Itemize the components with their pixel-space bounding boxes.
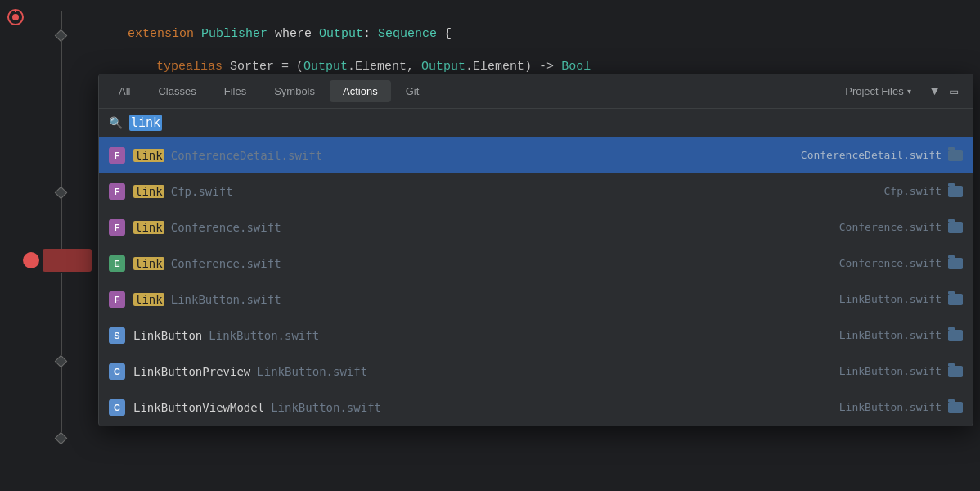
gutter-diamond-3 — [55, 355, 68, 368]
tab-project-files[interactable]: Project Files ▾ — [835, 80, 921, 102]
symbol-6: LinkButtonPreview — [133, 365, 250, 378]
tab-symbols[interactable]: Symbols — [261, 80, 328, 102]
filter-icon[interactable]: ▼ — [928, 81, 942, 102]
gutter-diamond-4 — [55, 432, 68, 445]
symbol-0: link — [133, 149, 164, 162]
breakpoint-icon — [23, 252, 39, 268]
folder-icon-0 — [948, 150, 963, 161]
filename-5: LinkButton.swift — [209, 329, 319, 342]
result-row-2[interactable]: F link Conference.swift Conference.swift — [99, 209, 973, 246]
filename-3: Conference.swift — [171, 257, 281, 270]
tab-files[interactable]: Files — [211, 80, 259, 102]
right-filename-0: ConferenceDetail.swift — [801, 149, 942, 161]
result-row-4[interactable]: F link LinkButton.swift LinkButton.swift — [99, 282, 973, 318]
badge-f-2: F — [109, 219, 125, 236]
right-filename-2: Conference.swift — [839, 221, 942, 233]
result-right-5: LinkButton.swift — [839, 329, 963, 341]
editor-gutter — [0, 0, 98, 491]
chevron-down-icon: ▾ — [907, 87, 911, 96]
folder-icon-1 — [948, 186, 963, 197]
folder-icon-6 — [948, 366, 963, 377]
result-row-1[interactable]: F link Cfp.swift Cfp.swift — [99, 173, 973, 209]
badge-f-0: F — [109, 147, 125, 164]
filename-1: Cfp.swift — [171, 185, 233, 198]
result-row-7[interactable]: C LinkButtonViewModel LinkButton.swift L… — [99, 390, 973, 426]
result-right-4: LinkButton.swift — [839, 293, 963, 305]
folder-icon-5 — [948, 330, 963, 341]
results-list: F link ConferenceDetail.swift Conference… — [99, 137, 973, 426]
folder-icon-7 — [948, 402, 963, 413]
result-right-6: LinkButton.swift — [839, 365, 963, 377]
right-filename-3: Conference.swift — [839, 257, 942, 269]
folder-icon-2 — [948, 222, 963, 233]
search-highlight: link — [129, 115, 162, 131]
tab-actions[interactable]: Actions — [330, 80, 391, 102]
result-row-0[interactable]: F link ConferenceDetail.swift Conference… — [99, 137, 973, 173]
current-line-icon — [7, 8, 25, 26]
right-filename-5: LinkButton.swift — [839, 329, 942, 341]
gutter-line-4 — [61, 273, 62, 355]
result-right-0: ConferenceDetail.swift — [801, 149, 963, 161]
layout-icon[interactable]: ▭ — [946, 80, 961, 103]
folder-icon-3 — [948, 258, 963, 269]
badge-s-5: S — [109, 327, 125, 344]
tab-toolbar-icons: ▼ ▭ — [923, 80, 966, 103]
filename-2: Conference.swift — [171, 221, 281, 234]
folder-icon-4 — [948, 294, 963, 305]
symbol-2: link — [133, 221, 164, 234]
badge-e-3: E — [109, 255, 125, 272]
filename-0: ConferenceDetail.swift — [171, 149, 322, 162]
tab-all[interactable]: All — [106, 80, 143, 102]
tab-git[interactable]: Git — [393, 80, 433, 102]
search-popup: All Classes Files Symbols Actions Git Pr… — [98, 74, 973, 426]
gutter-line-5 — [61, 367, 62, 432]
symbol-1: link — [133, 185, 164, 198]
badge-f-1: F — [109, 183, 125, 200]
right-filename-1: Cfp.swift — [884, 185, 942, 197]
result-row-5[interactable]: S LinkButton LinkButton.swift LinkButton… — [99, 318, 973, 354]
filename-6: LinkButton.swift — [257, 365, 367, 378]
symbol-3: link — [133, 257, 164, 270]
right-filename-4: LinkButton.swift — [839, 293, 942, 305]
result-right-3: Conference.swift — [839, 257, 963, 269]
gutter-line — [61, 11, 62, 29]
badge-c-7: C — [109, 399, 125, 416]
right-filename-7: LinkButton.swift — [839, 401, 942, 413]
tab-bar: All Classes Files Symbols Actions Git Pr… — [99, 74, 973, 109]
gutter-line-3 — [61, 198, 62, 255]
filename-4: LinkButton.swift — [171, 293, 281, 306]
symbol-5: LinkButton — [133, 329, 202, 342]
tab-classes[interactable]: Classes — [145, 80, 209, 102]
gutter-diamond-2 — [55, 187, 68, 200]
breakpoint-bar — [43, 249, 92, 272]
result-right-7: LinkButton.swift — [839, 401, 963, 413]
result-right-1: Cfp.swift — [884, 185, 963, 197]
badge-c-6: C — [109, 363, 125, 380]
search-icon: 🔍 — [109, 116, 123, 130]
result-right-2: Conference.swift — [839, 221, 963, 233]
symbol-7: LinkButtonViewModel — [133, 401, 264, 414]
search-row: 🔍 link — [99, 109, 973, 137]
result-row-3[interactable]: E link Conference.swift Conference.swift — [99, 246, 973, 282]
badge-f-4: F — [109, 291, 125, 308]
symbol-4: link — [133, 293, 164, 306]
gutter-line-2 — [61, 39, 62, 187]
result-row-6[interactable]: C LinkButtonPreview LinkButton.swift Lin… — [99, 354, 973, 390]
svg-point-1 — [12, 14, 19, 20]
right-filename-6: LinkButton.swift — [839, 365, 942, 377]
filename-7: LinkButton.swift — [271, 401, 381, 414]
search-input[interactable]: link — [129, 115, 162, 130]
